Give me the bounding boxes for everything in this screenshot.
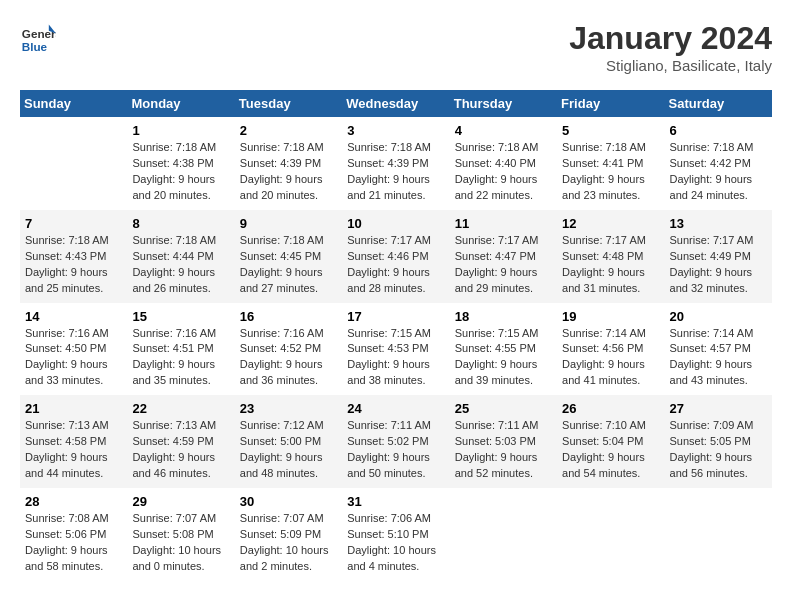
calendar-week-row: 14Sunrise: 7:16 AMSunset: 4:50 PMDayligh…	[20, 303, 772, 396]
day-number: 20	[670, 309, 767, 324]
calendar-cell: 11Sunrise: 7:17 AMSunset: 4:47 PMDayligh…	[450, 210, 557, 303]
calendar-cell: 31Sunrise: 7:06 AMSunset: 5:10 PMDayligh…	[342, 488, 449, 581]
calendar-cell: 12Sunrise: 7:17 AMSunset: 4:48 PMDayligh…	[557, 210, 664, 303]
day-info: Sunrise: 7:16 AMSunset: 4:50 PMDaylight:…	[25, 326, 122, 390]
logo: General Blue	[20, 20, 56, 56]
day-info: Sunrise: 7:17 AMSunset: 4:49 PMDaylight:…	[670, 233, 767, 297]
day-info: Sunrise: 7:17 AMSunset: 4:48 PMDaylight:…	[562, 233, 659, 297]
weekday-header: Tuesday	[235, 90, 342, 117]
day-number: 4	[455, 123, 552, 138]
page-header: General Blue January 2024 Stigliano, Bas…	[20, 20, 772, 74]
day-number: 29	[132, 494, 229, 509]
day-info: Sunrise: 7:13 AMSunset: 4:58 PMDaylight:…	[25, 418, 122, 482]
calendar-cell	[665, 488, 772, 581]
day-number: 9	[240, 216, 337, 231]
calendar-table: SundayMondayTuesdayWednesdayThursdayFrid…	[20, 90, 772, 581]
day-info: Sunrise: 7:17 AMSunset: 4:47 PMDaylight:…	[455, 233, 552, 297]
day-number: 28	[25, 494, 122, 509]
day-number: 6	[670, 123, 767, 138]
day-info: Sunrise: 7:18 AMSunset: 4:40 PMDaylight:…	[455, 140, 552, 204]
calendar-cell: 19Sunrise: 7:14 AMSunset: 4:56 PMDayligh…	[557, 303, 664, 396]
day-info: Sunrise: 7:18 AMSunset: 4:44 PMDaylight:…	[132, 233, 229, 297]
calendar-week-row: 21Sunrise: 7:13 AMSunset: 4:58 PMDayligh…	[20, 395, 772, 488]
calendar-cell: 3Sunrise: 7:18 AMSunset: 4:39 PMDaylight…	[342, 117, 449, 210]
day-info: Sunrise: 7:12 AMSunset: 5:00 PMDaylight:…	[240, 418, 337, 482]
calendar-cell: 24Sunrise: 7:11 AMSunset: 5:02 PMDayligh…	[342, 395, 449, 488]
weekday-header: Sunday	[20, 90, 127, 117]
day-info: Sunrise: 7:08 AMSunset: 5:06 PMDaylight:…	[25, 511, 122, 575]
day-info: Sunrise: 7:14 AMSunset: 4:57 PMDaylight:…	[670, 326, 767, 390]
calendar-cell: 30Sunrise: 7:07 AMSunset: 5:09 PMDayligh…	[235, 488, 342, 581]
calendar-cell: 16Sunrise: 7:16 AMSunset: 4:52 PMDayligh…	[235, 303, 342, 396]
day-info: Sunrise: 7:16 AMSunset: 4:51 PMDaylight:…	[132, 326, 229, 390]
calendar-cell: 2Sunrise: 7:18 AMSunset: 4:39 PMDaylight…	[235, 117, 342, 210]
day-number: 1	[132, 123, 229, 138]
day-number: 13	[670, 216, 767, 231]
day-number: 7	[25, 216, 122, 231]
calendar-cell: 28Sunrise: 7:08 AMSunset: 5:06 PMDayligh…	[20, 488, 127, 581]
day-info: Sunrise: 7:07 AMSunset: 5:09 PMDaylight:…	[240, 511, 337, 575]
day-info: Sunrise: 7:18 AMSunset: 4:39 PMDaylight:…	[347, 140, 444, 204]
header-row: SundayMondayTuesdayWednesdayThursdayFrid…	[20, 90, 772, 117]
calendar-cell: 7Sunrise: 7:18 AMSunset: 4:43 PMDaylight…	[20, 210, 127, 303]
day-number: 27	[670, 401, 767, 416]
day-number: 31	[347, 494, 444, 509]
calendar-cell: 4Sunrise: 7:18 AMSunset: 4:40 PMDaylight…	[450, 117, 557, 210]
day-info: Sunrise: 7:18 AMSunset: 4:43 PMDaylight:…	[25, 233, 122, 297]
calendar-cell: 18Sunrise: 7:15 AMSunset: 4:55 PMDayligh…	[450, 303, 557, 396]
logo-icon: General Blue	[20, 20, 56, 56]
calendar-cell: 23Sunrise: 7:12 AMSunset: 5:00 PMDayligh…	[235, 395, 342, 488]
day-number: 8	[132, 216, 229, 231]
weekday-header: Thursday	[450, 90, 557, 117]
calendar-week-row: 28Sunrise: 7:08 AMSunset: 5:06 PMDayligh…	[20, 488, 772, 581]
calendar-cell: 20Sunrise: 7:14 AMSunset: 4:57 PMDayligh…	[665, 303, 772, 396]
day-info: Sunrise: 7:18 AMSunset: 4:42 PMDaylight:…	[670, 140, 767, 204]
day-number: 3	[347, 123, 444, 138]
day-info: Sunrise: 7:13 AMSunset: 4:59 PMDaylight:…	[132, 418, 229, 482]
day-info: Sunrise: 7:07 AMSunset: 5:08 PMDaylight:…	[132, 511, 229, 575]
day-info: Sunrise: 7:09 AMSunset: 5:05 PMDaylight:…	[670, 418, 767, 482]
calendar-cell: 1Sunrise: 7:18 AMSunset: 4:38 PMDaylight…	[127, 117, 234, 210]
calendar-cell	[450, 488, 557, 581]
calendar-cell: 13Sunrise: 7:17 AMSunset: 4:49 PMDayligh…	[665, 210, 772, 303]
day-info: Sunrise: 7:18 AMSunset: 4:39 PMDaylight:…	[240, 140, 337, 204]
day-number: 2	[240, 123, 337, 138]
day-info: Sunrise: 7:17 AMSunset: 4:46 PMDaylight:…	[347, 233, 444, 297]
calendar-cell: 29Sunrise: 7:07 AMSunset: 5:08 PMDayligh…	[127, 488, 234, 581]
calendar-cell: 22Sunrise: 7:13 AMSunset: 4:59 PMDayligh…	[127, 395, 234, 488]
day-number: 15	[132, 309, 229, 324]
day-number: 23	[240, 401, 337, 416]
day-number: 30	[240, 494, 337, 509]
calendar-cell: 14Sunrise: 7:16 AMSunset: 4:50 PMDayligh…	[20, 303, 127, 396]
day-number: 18	[455, 309, 552, 324]
page-subtitle: Stigliano, Basilicate, Italy	[569, 57, 772, 74]
title-block: January 2024 Stigliano, Basilicate, Ital…	[569, 20, 772, 74]
calendar-cell: 10Sunrise: 7:17 AMSunset: 4:46 PMDayligh…	[342, 210, 449, 303]
day-number: 10	[347, 216, 444, 231]
weekday-header: Monday	[127, 90, 234, 117]
calendar-cell: 8Sunrise: 7:18 AMSunset: 4:44 PMDaylight…	[127, 210, 234, 303]
day-number: 17	[347, 309, 444, 324]
calendar-cell: 26Sunrise: 7:10 AMSunset: 5:04 PMDayligh…	[557, 395, 664, 488]
day-info: Sunrise: 7:14 AMSunset: 4:56 PMDaylight:…	[562, 326, 659, 390]
weekday-header: Friday	[557, 90, 664, 117]
day-number: 21	[25, 401, 122, 416]
calendar-week-row: 1Sunrise: 7:18 AMSunset: 4:38 PMDaylight…	[20, 117, 772, 210]
day-info: Sunrise: 7:06 AMSunset: 5:10 PMDaylight:…	[347, 511, 444, 575]
page-title: January 2024	[569, 20, 772, 57]
weekday-header: Saturday	[665, 90, 772, 117]
day-info: Sunrise: 7:11 AMSunset: 5:02 PMDaylight:…	[347, 418, 444, 482]
calendar-cell: 27Sunrise: 7:09 AMSunset: 5:05 PMDayligh…	[665, 395, 772, 488]
day-info: Sunrise: 7:18 AMSunset: 4:38 PMDaylight:…	[132, 140, 229, 204]
calendar-cell: 21Sunrise: 7:13 AMSunset: 4:58 PMDayligh…	[20, 395, 127, 488]
day-info: Sunrise: 7:18 AMSunset: 4:45 PMDaylight:…	[240, 233, 337, 297]
calendar-cell: 6Sunrise: 7:18 AMSunset: 4:42 PMDaylight…	[665, 117, 772, 210]
calendar-cell: 9Sunrise: 7:18 AMSunset: 4:45 PMDaylight…	[235, 210, 342, 303]
day-number: 16	[240, 309, 337, 324]
calendar-cell: 15Sunrise: 7:16 AMSunset: 4:51 PMDayligh…	[127, 303, 234, 396]
day-number: 12	[562, 216, 659, 231]
day-number: 14	[25, 309, 122, 324]
calendar-cell: 25Sunrise: 7:11 AMSunset: 5:03 PMDayligh…	[450, 395, 557, 488]
calendar-cell: 17Sunrise: 7:15 AMSunset: 4:53 PMDayligh…	[342, 303, 449, 396]
calendar-cell	[20, 117, 127, 210]
